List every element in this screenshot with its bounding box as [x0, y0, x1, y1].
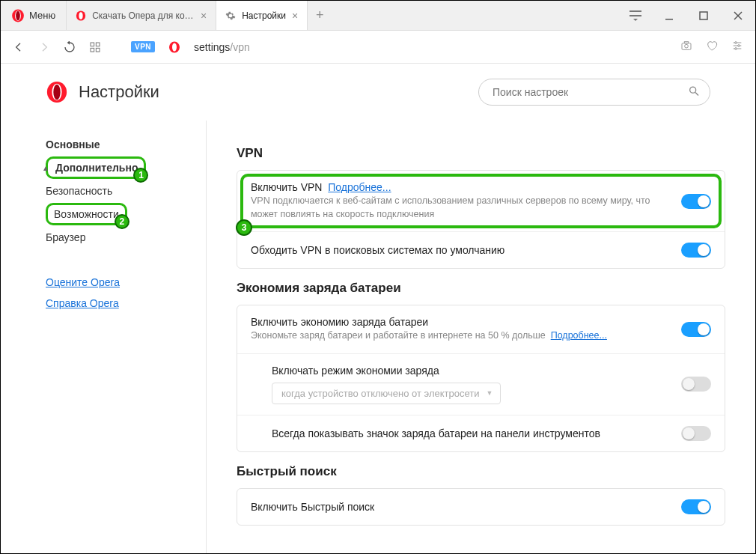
section-title-vpn: VPN [237, 146, 725, 161]
section-title-quicksearch: Быстрый поиск [237, 464, 725, 479]
row-title: Включить экономию заряда батареи [251, 316, 671, 328]
reload-button[interactable] [64, 41, 76, 53]
sidebar-item-label: Браузер [46, 231, 85, 243]
sidebar-item-features[interactable]: Возможности 2 [46, 203, 127, 225]
settings-main: VPN 3 Включить VPN Подробнее... VPN подк… [207, 121, 755, 553]
battery-card: Включить экономию заряда батареи Экономь… [237, 305, 725, 452]
tab-label: Скачать Опера для компь [92, 10, 195, 21]
close-icon[interactable]: × [201, 10, 207, 21]
toggle-always-show-battery-icon [681, 426, 711, 441]
row-title: Включить VPN Подробнее... [251, 181, 671, 193]
maximize-button[interactable] [686, 1, 721, 31]
settings-page: Настройки Основные ▲ Дополнительно 1 Без… [1, 64, 755, 553]
toggle-battery-saver-mode [681, 377, 711, 392]
window-controls [652, 1, 755, 30]
row-enable-battery-saver: Включить экономию заряда батареи Экономь… [237, 305, 725, 353]
opera-icon [11, 9, 25, 22]
svg-rect-6 [630, 15, 641, 16]
svg-point-30 [690, 87, 696, 93]
sidebar-link-rate-opera[interactable]: Оцените Opera [46, 272, 183, 293]
sidebar-item-label: Безопасность [46, 185, 112, 197]
sidebar-item-basic[interactable]: Основные [46, 133, 183, 156]
menu-label: Меню [29, 10, 55, 21]
sidebar-item-label: Возможности [54, 208, 119, 220]
annotation-badge: 3 [236, 219, 252, 236]
svg-point-24 [738, 45, 740, 47]
opera-icon [168, 41, 180, 53]
toggle-bypass-vpn-search[interactable] [681, 243, 711, 258]
svg-point-29 [53, 85, 60, 100]
svg-point-26 [735, 48, 737, 50]
opera-icon [46, 81, 68, 103]
search-icon [688, 85, 700, 100]
toggle-enable-battery-saver[interactable] [681, 322, 711, 337]
svg-rect-9 [700, 12, 707, 19]
svg-rect-15 [96, 48, 100, 52]
sidebar-link-help-opera[interactable]: Справка Opera [46, 293, 183, 314]
toggle-enable-quicksearch[interactable] [681, 499, 711, 514]
svg-point-22 [735, 42, 737, 44]
speed-dial-icon[interactable] [89, 41, 101, 53]
sidebar-item-advanced[interactable]: ▲ Дополнительно 1 [46, 156, 146, 179]
tab-settings[interactable]: Настройки × [216, 1, 308, 30]
svg-rect-8 [665, 19, 673, 20]
address-bar: VPN settings/vpn [1, 31, 755, 64]
new-tab-button[interactable]: + [308, 1, 332, 30]
svg-marker-7 [633, 19, 638, 21]
minimize-button[interactable] [652, 1, 686, 31]
url-field[interactable]: settings/vpn [194, 41, 667, 53]
search-input[interactable] [478, 79, 710, 106]
sidebar-item-label: Основные [46, 138, 100, 150]
learn-more-link[interactable]: Подробнее... [328, 181, 391, 193]
gear-icon [225, 10, 236, 21]
svg-line-31 [695, 93, 698, 96]
titlebar: Меню Скачать Опера для компь × Настройки… [1, 1, 755, 31]
easy-setup-icon[interactable] [731, 40, 743, 54]
svg-point-19 [685, 44, 689, 48]
page-title: Настройки [79, 82, 159, 102]
url-host: settings [194, 41, 230, 53]
vpn-badge[interactable]: VPN [131, 41, 155, 52]
snapshot-icon[interactable] [680, 40, 692, 54]
row-title: Включать режим экономии заряда [272, 365, 671, 377]
row-description: VPN подключается к веб-сайтам с использо… [251, 195, 671, 221]
close-window-button[interactable] [721, 1, 755, 31]
quicksearch-card: Включить Быстрый поиск [237, 488, 725, 526]
svg-rect-5 [630, 10, 641, 12]
menu-button[interactable]: Меню [1, 1, 67, 30]
tab-download-opera[interactable]: Скачать Опера для компь × [67, 1, 216, 30]
row-enable-vpn: 3 Включить VPN Подробнее... VPN подключа… [237, 171, 725, 231]
vpn-card: 3 Включить VPN Подробнее... VPN подключа… [237, 170, 725, 269]
row-battery-saver-mode: Включать режим экономии заряда когда уст… [237, 353, 725, 415]
app-window: Меню Скачать Опера для компь × Настройки… [0, 0, 756, 554]
bookmark-heart-icon[interactable] [706, 40, 718, 54]
sidebar-item-label: Дополнительно [55, 162, 138, 174]
toggle-enable-vpn[interactable] [681, 194, 711, 209]
svg-point-2 [16, 10, 20, 19]
row-title: Всегда показывать значок заряда батареи … [272, 427, 671, 439]
svg-point-17 [172, 43, 177, 51]
back-button[interactable] [13, 41, 25, 53]
row-title: Обходить VPN в поисковых системах по умо… [251, 244, 671, 256]
svg-rect-14 [91, 48, 94, 52]
sidebar-item-security[interactable]: Безопасность [46, 179, 183, 203]
svg-rect-13 [96, 43, 100, 46]
svg-point-4 [79, 12, 83, 19]
section-title-battery: Экономия заряда батареи [237, 281, 725, 296]
svg-rect-12 [91, 43, 94, 46]
settings-header: Настройки [1, 64, 755, 121]
close-icon[interactable]: × [292, 10, 298, 21]
battery-mode-select[interactable]: когда устройство отключено от электросет… [272, 383, 501, 404]
chevron-up-icon: ▲ [42, 164, 49, 172]
row-title: Включить Быстрый поиск [251, 501, 671, 513]
learn-more-link[interactable]: Подробнее... [551, 330, 607, 341]
tab-menu-icon[interactable] [619, 1, 652, 30]
sidebar-item-browser[interactable]: Браузер [46, 225, 183, 249]
forward-button[interactable] [38, 41, 50, 53]
row-description: Экономьте заряд батареи и работайте в ин… [251, 329, 671, 343]
row-always-show-battery-icon: Всегда показывать значок заряда батареи … [237, 415, 725, 451]
svg-rect-20 [684, 42, 688, 43]
tab-label: Настройки [242, 10, 286, 21]
row-enable-quicksearch: Включить Быстрый поиск [237, 489, 725, 525]
row-bypass-vpn-search: Обходить VPN в поисковых системах по умо… [237, 231, 725, 268]
